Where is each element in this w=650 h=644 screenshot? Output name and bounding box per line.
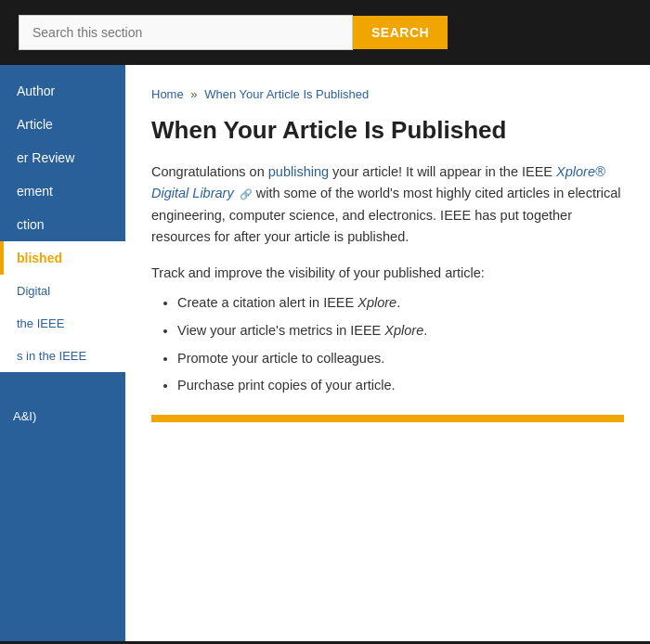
- breadcrumb: Home » When Your Article Is Published: [151, 87, 624, 101]
- track-text: Track and improve the visibility of your…: [151, 263, 624, 284]
- sidebar: Author Article er Review ement ction bli…: [0, 65, 125, 641]
- bullet-text-2: View your article's metrics in IEEE Xplo…: [177, 323, 427, 338]
- sidebar-item-digital[interactable]: Digital: [0, 275, 125, 307]
- intro-paragraph: Congratulations on publishing your artic…: [151, 161, 624, 248]
- search-input[interactable]: [19, 15, 353, 50]
- intro-text-part1: Congratulations on publishing your artic…: [151, 164, 556, 179]
- orange-bar: [151, 415, 624, 422]
- sidebar-item-blished[interactable]: blished: [0, 241, 125, 275]
- sidebar-item-the-ieee[interactable]: the IEEE: [0, 307, 125, 340]
- sidebar-item-author[interactable]: Author: [0, 74, 125, 108]
- breadcrumb-current: When Your Article Is Published: [204, 87, 369, 101]
- search-button[interactable]: SEARCH: [353, 16, 448, 49]
- list-item: Promote your article to colleagues.: [177, 349, 624, 369]
- header: SEARCH: [0, 0, 650, 65]
- breadcrumb-separator: »: [190, 87, 197, 101]
- list-item: View your article's metrics in IEEE Xplo…: [177, 321, 624, 341]
- layout: Author Article er Review ement ction bli…: [0, 65, 650, 641]
- sidebar-item-ction[interactable]: ction: [0, 208, 125, 241]
- bullet-text-4: Purchase print copies of your article.: [177, 378, 396, 393]
- sidebar-item-peer-review[interactable]: er Review: [0, 141, 125, 174]
- sidebar-item-ement[interactable]: ement: [0, 174, 125, 208]
- bullet-text-3: Promote your article to colleagues.: [177, 351, 384, 366]
- sidebar-item-article[interactable]: Article: [0, 108, 125, 141]
- page-title: When Your Article Is Published: [151, 116, 624, 145]
- publishing-link[interactable]: publishing: [268, 164, 329, 179]
- bullet-text-1: Create a citation alert in IEEE Xplore.: [177, 295, 400, 310]
- bullet-list: Create a citation alert in IEEE Xplore. …: [151, 293, 624, 396]
- sidebar-item-aai[interactable]: A&I): [0, 400, 125, 432]
- sidebar-item-s-in-ieee[interactable]: s in the IEEE: [0, 340, 125, 372]
- breadcrumb-home[interactable]: Home: [151, 87, 184, 101]
- list-item: Create a citation alert in IEEE Xplore.: [177, 293, 624, 314]
- list-item: Purchase print copies of your article.: [177, 376, 624, 396]
- external-link-icon: 🔗: [240, 187, 253, 203]
- main-content: Home » When Your Article Is Published Wh…: [125, 65, 650, 641]
